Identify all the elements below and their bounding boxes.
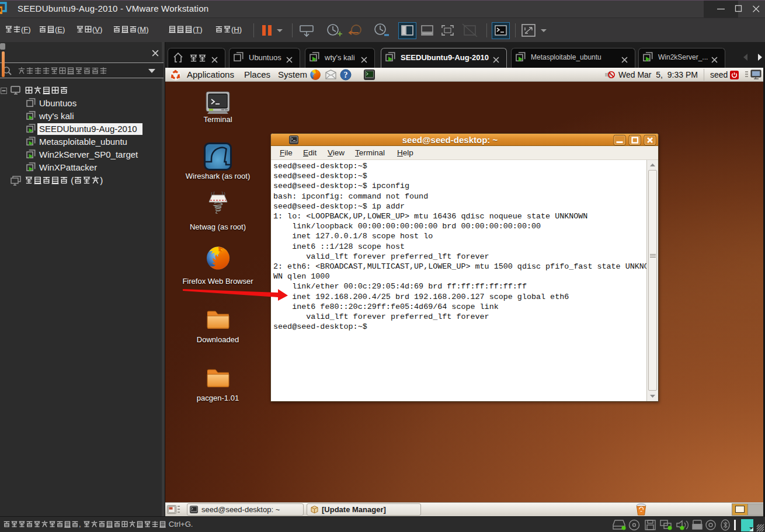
svg-text:?: ? bbox=[344, 71, 348, 79]
